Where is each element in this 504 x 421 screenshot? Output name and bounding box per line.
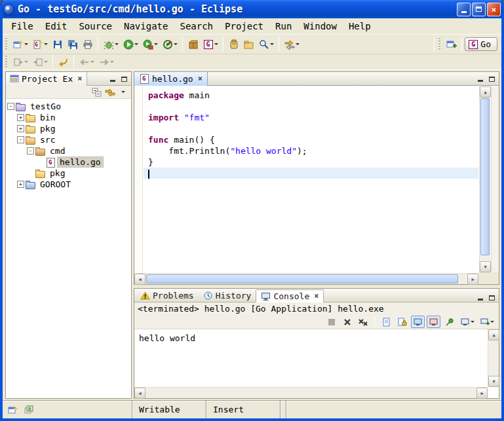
scroll-down-icon[interactable]: ▼ — [488, 376, 499, 387]
editor-vertical-scrollbar[interactable]: ▲ ▼ — [479, 86, 490, 272]
previous-annotation-button[interactable] — [30, 54, 50, 70]
scroll-track[interactable] — [145, 274, 467, 284]
display-selected-console-button[interactable] — [458, 316, 476, 328]
scroll-lock-button[interactable] — [395, 316, 409, 328]
forward-button[interactable] — [96, 54, 116, 70]
show-stderr-button[interactable] — [427, 316, 440, 328]
print-button[interactable] — [80, 37, 95, 52]
tab-history[interactable]: History — [199, 289, 256, 302]
close-window-button[interactable]: × — [487, 3, 501, 16]
maximize-view-button[interactable] — [119, 75, 129, 83]
editor-horizontal-scrollbar[interactable]: ◀ ▶ — [134, 273, 478, 284]
expand-icon[interactable]: + — [17, 125, 24, 132]
menu-run[interactable]: Run — [269, 20, 298, 33]
last-edit-location-button[interactable] — [56, 54, 71, 70]
console-vertical-scrollbar[interactable]: ▲ ▼ — [488, 329, 499, 387]
tree-item-src[interactable]: -src — [7, 134, 131, 145]
minimize-view-button[interactable] — [107, 75, 117, 83]
tree-item-pkg[interactable]: pkg — [7, 168, 131, 179]
code-line[interactable]: fmt.Println("hello world"); — [144, 145, 478, 156]
save-all-button[interactable] — [65, 37, 80, 52]
expand-icon[interactable]: + — [17, 114, 24, 121]
scroll-up-icon[interactable]: ▲ — [480, 86, 491, 98]
remove-all-launches-button[interactable] — [356, 316, 370, 328]
close-editor-tab-icon[interactable]: × — [198, 74, 203, 83]
code-line[interactable]: func main() { — [144, 134, 478, 145]
back-button[interactable] — [77, 54, 96, 70]
menu-file[interactable]: File — [5, 20, 39, 33]
maximize-window-button[interactable] — [472, 3, 486, 16]
menu-help[interactable]: Help — [343, 20, 377, 33]
go-perspective-button[interactable]: G Go — [465, 37, 497, 51]
menu-source[interactable]: Source — [73, 20, 118, 33]
terminate-button[interactable] — [324, 316, 338, 328]
console-horizontal-scrollbar[interactable]: ◀ ▶ — [134, 387, 488, 398]
new-go-file-button[interactable]: G — [30, 37, 50, 52]
eclipse-app-icon[interactable] — [3, 4, 14, 15]
fast-view-icon[interactable] — [8, 405, 18, 415]
save-button[interactable] — [50, 37, 65, 52]
tree-item-testgo[interactable]: -testGo — [7, 101, 131, 112]
launch-shortcut-icon[interactable]: 0 — [24, 405, 34, 415]
code-line[interactable] — [144, 101, 478, 112]
minimize-console-button[interactable] — [475, 293, 485, 302]
new-go-element-button[interactable]: G — [201, 37, 220, 52]
run-button[interactable] — [121, 37, 140, 52]
toolbar-grip[interactable] — [5, 38, 8, 51]
maximize-console-button[interactable] — [487, 293, 497, 302]
scroll-left-icon[interactable]: ◀ — [134, 388, 145, 399]
pin-console-button[interactable] — [442, 316, 456, 328]
code-area[interactable]: package mainimport "fmt"func main() { fm… — [144, 86, 478, 272]
overview-ruler[interactable] — [491, 86, 499, 272]
code-line[interactable]: import "fmt" — [144, 112, 478, 123]
collapse-icon[interactable]: - — [7, 103, 14, 110]
menu-edit[interactable]: Edit — [39, 20, 73, 33]
next-annotation-button[interactable] — [10, 54, 30, 70]
open-console-button[interactable] — [478, 316, 495, 328]
open-perspective-button[interactable] — [444, 37, 459, 52]
external-tools-button[interactable] — [160, 37, 180, 52]
tree-item-pkg[interactable]: +pkg — [7, 123, 131, 134]
menu-navigate[interactable]: Navigate — [118, 20, 174, 33]
close-tab-icon[interactable]: × — [314, 291, 319, 301]
team-sync-button[interactable] — [282, 37, 301, 52]
collapse-all-icon[interactable] — [91, 86, 102, 98]
collapse-icon[interactable]: - — [17, 136, 24, 143]
run-external-button[interactable] — [140, 37, 160, 52]
close-view-icon[interactable]: × — [77, 74, 82, 83]
scroll-left-icon[interactable]: ◀ — [134, 274, 145, 285]
tab-console[interactable]: Console× — [256, 289, 324, 302]
annotation-ruler[interactable] — [134, 86, 143, 272]
code-line[interactable] — [144, 123, 478, 134]
scroll-down-icon[interactable]: ▼ — [480, 261, 491, 272]
new-wizard-button[interactable] — [10, 37, 30, 52]
menu-project[interactable]: Project — [219, 20, 269, 33]
search-button[interactable] — [256, 37, 276, 52]
debug-button[interactable] — [101, 37, 121, 52]
scroll-right-icon[interactable]: ▶ — [476, 388, 488, 399]
maximize-editor-button[interactable] — [487, 75, 497, 83]
scroll-track[interactable] — [480, 98, 490, 261]
code-line[interactable] — [144, 168, 478, 179]
show-stdout-button[interactable] — [411, 316, 425, 328]
tree-item-bin[interactable]: +bin — [7, 112, 131, 123]
code-line[interactable]: package main — [144, 90, 478, 101]
toolbar-grip[interactable] — [5, 56, 8, 69]
menu-search[interactable]: Search — [174, 20, 219, 33]
scroll-thumb[interactable] — [146, 274, 458, 284]
collapse-icon[interactable]: - — [27, 147, 34, 155]
scroll-track[interactable] — [488, 340, 499, 376]
menu-window[interactable]: Window — [298, 20, 343, 33]
remove-launch-button[interactable] — [340, 316, 354, 328]
minimize-editor-button[interactable] — [475, 75, 485, 83]
code-line[interactable]: } — [144, 156, 478, 168]
console-output[interactable]: hello world — [134, 329, 488, 387]
scroll-thumb[interactable] — [480, 98, 490, 255]
minimize-window-button[interactable] — [457, 3, 471, 16]
scroll-track[interactable] — [145, 388, 476, 398]
open-resource-button[interactable] — [226, 37, 241, 52]
open-folder-button[interactable] — [241, 37, 256, 52]
clear-console-button[interactable] — [379, 316, 393, 328]
scroll-right-icon[interactable]: ▶ — [467, 274, 478, 285]
perspective-bar-grip[interactable] — [438, 38, 441, 51]
